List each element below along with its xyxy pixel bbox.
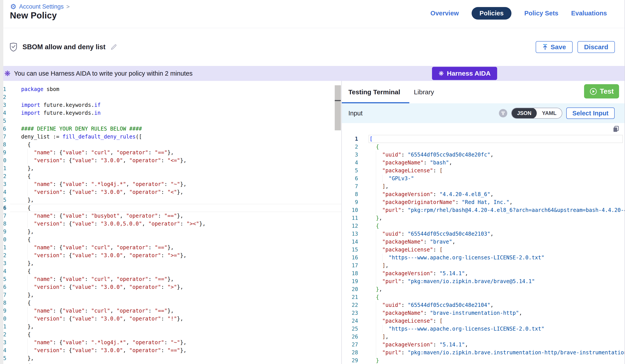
rego-line-21[interactable]: 21 "name": {"value": "curl", "operator":… — [0, 244, 341, 252]
line-number: 7 — [342, 182, 364, 190]
rego-line-31[interactable]: 31 }, — [0, 323, 341, 331]
json-line-10[interactable]: 10 "purl": "pkg:rpm/rhel/bash@4.4.20-4.e… — [342, 206, 625, 214]
code-text: "version": {"value": "3.0.0", "operator"… — [10, 188, 341, 196]
rego-line-24[interactable]: 24 { — [0, 267, 341, 275]
rego-line-13[interactable]: 13 "name": {"value": ".*log4j.*", "opera… — [0, 180, 341, 188]
json-line-21[interactable]: 21 { — [342, 293, 625, 301]
json-line-28[interactable]: 28 "purl": "pkg:maven/io.zipkin.brave.in… — [342, 349, 625, 357]
code-text: "packageLicense": [ — [364, 167, 625, 174]
json-line-8[interactable]: 8 "packageVersion": "4.4.20-4.el8_6", — [342, 190, 625, 198]
edit-pencil-icon[interactable] — [110, 44, 117, 51]
rego-line-35[interactable]: 35 }, — [0, 354, 341, 362]
rego-line-8[interactable]: 8 { — [0, 141, 341, 149]
format-toggle[interactable]: JSONYAML — [511, 108, 562, 119]
policy-code-editor[interactable]: 1package sbom23import future.keywords.if… — [0, 81, 342, 364]
rego-line-4[interactable]: 4import future.keywords.in — [0, 109, 341, 117]
discard-button[interactable]: Discard — [577, 41, 615, 53]
format-option-yaml[interactable]: YAML — [537, 108, 562, 119]
rego-line-9[interactable]: 9 "name": {"value": "curl", "operator": … — [0, 149, 341, 157]
json-line-7[interactable]: 7 ], — [342, 182, 625, 190]
code-text: [ — [364, 135, 625, 143]
rego-line-23[interactable]: 23 }, — [0, 259, 341, 267]
json-line-29[interactable]: 29 } — [342, 357, 625, 364]
rego-line-14[interactable]: 14 "version": {"value": "3.0.0", "operat… — [0, 188, 341, 196]
json-line-23[interactable]: 23 "packageName": "brave-instrumentation… — [342, 309, 625, 317]
code-text: "packageLicense": [ — [364, 317, 625, 325]
rego-line-34[interactable]: 34 "version": {"value": "3.0.0", "operat… — [0, 346, 341, 354]
rego-line-20[interactable]: 20 { — [0, 236, 341, 244]
nav-tab-overview[interactable]: Overview — [431, 7, 459, 20]
copy-icon[interactable] — [612, 125, 620, 133]
line-number: 11 — [342, 214, 364, 222]
rego-line-25[interactable]: 25 "name": {"value": "curl", "operator":… — [0, 275, 341, 283]
json-line-4[interactable]: 4 "packageName": "bash", — [342, 159, 625, 167]
select-input-button[interactable]: Select Input — [566, 108, 615, 119]
rego-line-2[interactable]: 2 — [0, 93, 341, 101]
rego-line-5[interactable]: 5 — [0, 117, 341, 125]
editor-scrollbar[interactable] — [335, 85, 341, 130]
nav-tab-evaluations[interactable]: Evaluations — [571, 7, 607, 20]
json-line-1[interactable]: 1[ — [342, 135, 625, 143]
test-button[interactable]: Test — [584, 84, 619, 98]
input-actions: JSONYAML Select Input — [499, 108, 615, 119]
rego-line-28[interactable]: 28 { — [0, 299, 341, 307]
json-line-17[interactable]: 17 ], — [342, 262, 625, 270]
json-line-12[interactable]: 12 { — [342, 222, 625, 230]
code-text: "purl": "pkg:rpm/rhel/bash@4.4.20-4.el8_… — [364, 206, 625, 214]
save-button[interactable]: Save — [536, 41, 573, 53]
json-line-9[interactable]: 9 "packageOriginatorName": "Red Hat, Inc… — [342, 198, 625, 206]
json-line-3[interactable]: 3 "uuid": "65544df05cc9ad50c48e20fc", — [342, 151, 625, 159]
breadcrumb[interactable]: ⚙ Account Settings > — [10, 3, 70, 10]
rego-line-18[interactable]: 18 "version": {"value": "3.0.0,5.0.0", "… — [0, 220, 341, 228]
json-line-19[interactable]: 19 "purl": "pkg:maven/io.zipkin.brave/br… — [342, 277, 625, 285]
code-text: }, — [10, 228, 341, 236]
rego-line-15[interactable]: 15 }, — [0, 196, 341, 204]
rego-line-11[interactable]: 11 }, — [0, 165, 341, 172]
rego-line-10[interactable]: 10 "version": {"value": "3.0.0", "operat… — [0, 157, 341, 165]
json-line-24[interactable]: 24 "packageLicense": [ — [342, 317, 625, 325]
json-line-14[interactable]: 14 "packageName": "brave", — [342, 238, 625, 246]
harness-aida-button[interactable]: ❋ Harness AIDA — [432, 67, 497, 80]
json-line-5[interactable]: 5 "packageLicense": [ — [342, 167, 625, 174]
json-line-15[interactable]: 15 "packageLicense": [ — [342, 246, 625, 254]
rego-line-29[interactable]: 29 "name": {"value": "curl", "operator":… — [0, 307, 341, 315]
json-line-6[interactable]: 6 "GPLv3-" — [342, 174, 625, 182]
format-option-json[interactable]: JSON — [512, 108, 536, 119]
json-line-2[interactable]: 2 { — [342, 143, 625, 151]
code-text: ], — [364, 262, 625, 270]
rego-line-33[interactable]: 33 "name": {"value": ".*log4j.*", "opera… — [0, 338, 341, 346]
json-line-13[interactable]: 13 "uuid": "65544df05cc9ad50c48e2103", — [342, 230, 625, 238]
rego-line-1[interactable]: 1package sbom — [0, 85, 341, 93]
rego-line-36[interactable]: 36 { — [0, 362, 341, 364]
nav-tab-policies[interactable]: Policies — [472, 7, 512, 20]
breadcrumb-link[interactable]: Account Settings — [19, 3, 64, 10]
rego-line-16[interactable]: 16 { — [0, 204, 341, 212]
rego-line-26[interactable]: 26 "version": {"value": "3.0.0", "operat… — [0, 283, 341, 291]
rego-line-3[interactable]: 3import future.keywords.if — [0, 101, 341, 109]
rego-line-32[interactable]: 32 { — [0, 331, 341, 338]
json-line-26[interactable]: 26 ], — [342, 333, 625, 341]
code-text: "packageOriginatorName": "Red Hat, Inc."… — [364, 198, 625, 206]
rego-line-19[interactable]: 19 }, — [0, 228, 341, 236]
json-line-11[interactable]: 11 }, — [342, 214, 625, 222]
json-line-25[interactable]: 25 "https---www.apache.org-licenses-LICE… — [342, 325, 625, 333]
json-line-18[interactable]: 18 "packageVersion": "5.14.1", — [342, 270, 625, 277]
code-text: { — [364, 293, 625, 301]
json-line-27[interactable]: 27 "packageVersion": "5.14.1", — [342, 341, 625, 349]
input-json-editor[interactable]: 1[2 {3 "uuid": "65544df05cc9ad50c48e20fc… — [342, 135, 625, 364]
json-line-22[interactable]: 22 "uuid": "65544df05cc9ad50c48e2104", — [342, 301, 625, 309]
rego-line-6[interactable]: 6#### DEFINE YOUR DENY RULES BELOW #### — [0, 125, 341, 133]
git-fork-icon[interactable] — [499, 109, 507, 117]
tab-testing-terminal[interactable]: Testing Terminal — [348, 88, 400, 96]
rego-line-22[interactable]: 22 "version": {"value": "3.0.0", "operat… — [0, 252, 341, 259]
tab-library[interactable]: Library — [414, 88, 434, 96]
json-line-20[interactable]: 20 }, — [342, 285, 625, 293]
rego-line-17[interactable]: 17 "name": {"value": "busybot", "operato… — [0, 212, 341, 220]
rego-line-7[interactable]: 7deny_list := fill_default_deny_rules([ — [0, 133, 341, 141]
rego-line-12[interactable]: 12 { — [0, 172, 341, 180]
nav-tab-policy-sets[interactable]: Policy Sets — [524, 7, 558, 20]
rego-line-27[interactable]: 27 }, — [0, 291, 341, 299]
policy-name: SBOM allow and deny list — [23, 43, 105, 51]
rego-line-30[interactable]: 30 "version": {"value": "3.0.0", "operat… — [0, 315, 341, 323]
json-line-16[interactable]: 16 "https---www.apache.org-licenses-LICE… — [342, 254, 625, 262]
